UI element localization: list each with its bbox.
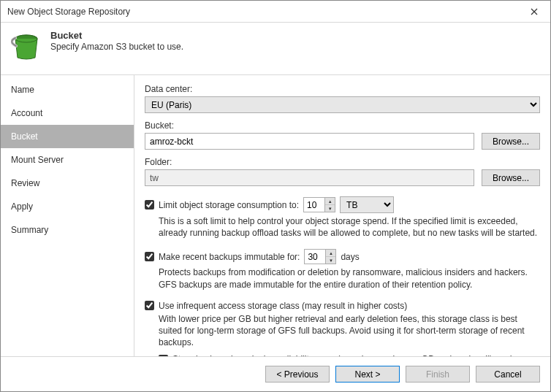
folder-label: Folder:	[145, 157, 540, 167]
limit-label: Limit object storage consumption to:	[159, 200, 299, 210]
close-icon	[531, 6, 538, 18]
wizard-sidebar: Name Account Bucket Mount Server Review …	[1, 75, 134, 356]
infrequent-option: Use infrequent access storage class (may…	[145, 301, 540, 356]
titlebar: New Object Storage Repository	[1, 1, 550, 23]
close-button[interactable]	[518, 1, 550, 22]
content-area: Data center: EU (Paris) Bucket: Browse..…	[134, 75, 550, 356]
immutable-spin-up[interactable]: ▲	[326, 250, 335, 257]
infrequent-label: Use infrequent access storage class (may…	[159, 301, 407, 311]
sidebar-item-apply[interactable]: Apply	[1, 195, 134, 218]
limit-spin-up[interactable]: ▲	[325, 198, 335, 205]
sidebar-item-bucket[interactable]: Bucket	[1, 125, 134, 148]
bucket-icon	[11, 31, 42, 64]
immutable-value[interactable]	[305, 250, 325, 264]
limit-spin-down[interactable]: ▼	[325, 205, 335, 212]
infrequent-desc: With lower price per GB but higher retri…	[159, 313, 540, 349]
infrequent-checkbox[interactable]	[145, 301, 154, 310]
bucket-label: Bucket:	[145, 120, 540, 131]
immutable-spinner[interactable]: ▲ ▼	[304, 249, 336, 264]
immutable-suffix: days	[341, 252, 359, 262]
cancel-button[interactable]: Cancel	[476, 366, 540, 383]
sidebar-item-summary[interactable]: Summary	[1, 218, 134, 242]
immutable-desc: Protects backups from modification or de…	[159, 266, 540, 290]
limit-spinner[interactable]: ▲ ▼	[303, 197, 335, 212]
footer: < Previous Next > Finish Cancel	[1, 356, 550, 391]
datacenter-label: Data center:	[145, 84, 540, 94]
datacenter-select[interactable]: EU (Paris)	[145, 96, 540, 113]
sidebar-item-name[interactable]: Name	[1, 78, 134, 101]
limit-desc: This is a soft limit to help control you…	[159, 215, 540, 239]
immutable-label: Make recent backups immutable for:	[159, 252, 300, 262]
folder-browse-button[interactable]: Browse...	[482, 169, 540, 186]
immutable-option: Make recent backups immutable for: ▲ ▼ d…	[145, 249, 540, 290]
limit-unit-select[interactable]: TB	[340, 196, 394, 213]
sidebar-item-mount-server[interactable]: Mount Server	[1, 148, 134, 172]
next-button[interactable]: Next >	[335, 366, 400, 383]
finish-button[interactable]: Finish	[406, 366, 470, 383]
limit-checkbox[interactable]	[145, 200, 154, 210]
header: Bucket Specify Amazon S3 bucket to use.	[1, 23, 550, 75]
limit-option: Limit object storage consumption to: ▲ ▼…	[145, 196, 540, 239]
limit-value[interactable]	[304, 198, 324, 212]
window-title: New Object Storage Repository	[7, 7, 518, 17]
bucket-input[interactable]	[145, 133, 474, 150]
page-title: Bucket	[50, 30, 542, 41]
folder-input[interactable]	[145, 169, 474, 186]
immutable-spin-down[interactable]: ▼	[326, 257, 335, 264]
sidebar-item-account[interactable]: Account	[1, 101, 134, 125]
immutable-checkbox[interactable]	[145, 252, 154, 261]
dialog-window: New Object Storage Repository Bucket Spe…	[0, 0, 551, 392]
page-subtitle: Specify Amazon S3 bucket to use.	[50, 42, 542, 52]
previous-button[interactable]: < Previous	[265, 366, 330, 383]
sidebar-item-review[interactable]: Review	[1, 172, 134, 195]
bucket-browse-button[interactable]: Browse...	[482, 133, 540, 150]
